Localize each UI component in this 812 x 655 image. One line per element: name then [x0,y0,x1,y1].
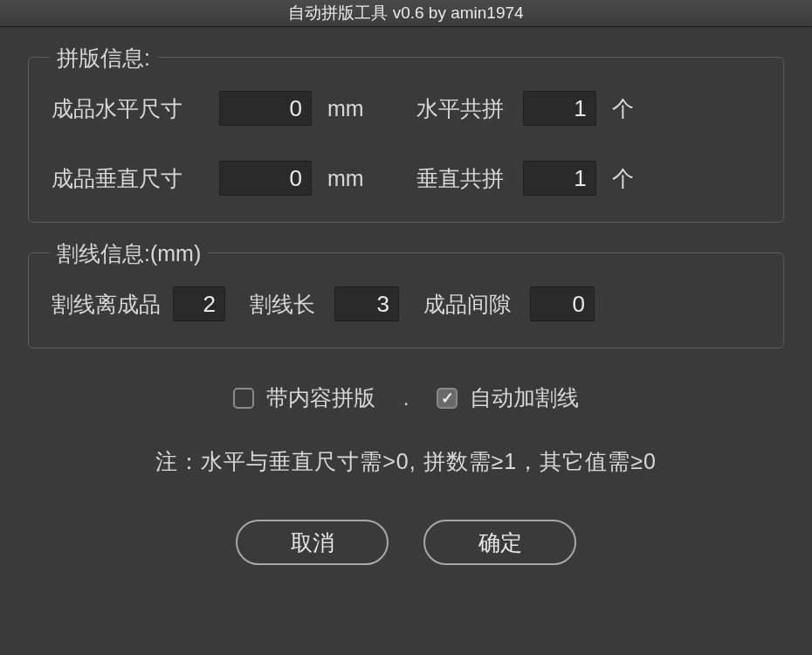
options-row: 带内容拼版 . 自动加割线 [28,383,784,412]
note-text: 注：水平与垂直尺寸需>0, 拼数需≥1，其它值需≥0 [28,447,784,476]
vcount-label: 垂直共拼 [416,164,504,193]
button-row: 取消 确定 [28,520,784,565]
auto-cut-option[interactable]: 自动加割线 [437,383,579,412]
hcount-unit: 个 [612,94,634,123]
separator-dot: . [403,386,409,410]
hsize-label: 成品水平尺寸 [52,94,203,123]
auto-cut-checkbox[interactable] [437,388,458,409]
vsize-input[interactable] [219,161,312,196]
gexian-gap-label: 成品间隙 [423,290,511,319]
pinban-fieldset: 拼版信息: 成品水平尺寸 mm 水平共拼 个 成品垂直尺寸 mm 垂直共拼 个 [28,57,784,223]
gexian-offset-input[interactable] [173,286,225,321]
gexian-offset-label: 割线离成品 [52,290,161,319]
cancel-button[interactable]: 取消 [236,520,389,565]
with-content-option[interactable]: 带内容拼版 [233,383,375,412]
gexian-fieldset: 割线信息:(mm) 割线离成品 割线长 成品间隙 [28,252,784,348]
with-content-checkbox[interactable] [233,388,254,409]
hsize-input[interactable] [219,91,312,126]
window-content: 拼版信息: 成品水平尺寸 mm 水平共拼 个 成品垂直尺寸 mm 垂直共拼 个 … [0,27,812,565]
gexian-length-label: 割线长 [250,290,315,319]
gexian-row: 割线离成品 割线长 成品间隙 [52,286,760,321]
pinban-row-horizontal: 成品水平尺寸 mm 水平共拼 个 [52,91,760,126]
pinban-legend: 拼版信息: [50,44,157,72]
window-titlebar: 自动拼版工具 v0.6 by amin1974 [0,0,812,27]
hsize-unit: mm [327,96,364,121]
auto-cut-label: 自动加割线 [470,383,579,412]
vsize-unit: mm [327,166,364,191]
pinban-row-vertical: 成品垂直尺寸 mm 垂直共拼 个 [52,161,760,196]
ok-button[interactable]: 确定 [423,520,576,565]
gexian-gap-input[interactable] [530,286,595,321]
with-content-label: 带内容拼版 [266,383,375,412]
window-title: 自动拼版工具 v0.6 by amin1974 [288,2,523,24]
hcount-label: 水平共拼 [416,94,504,123]
hcount-input[interactable] [523,91,596,126]
vcount-input[interactable] [523,161,596,196]
gexian-legend: 割线信息:(mm) [50,239,208,268]
gexian-length-input[interactable] [334,286,399,321]
vcount-unit: 个 [612,164,634,193]
vsize-label: 成品垂直尺寸 [52,164,203,193]
